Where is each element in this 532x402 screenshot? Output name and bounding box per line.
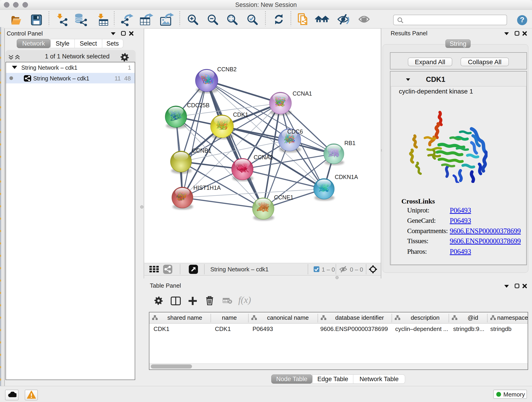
svg-text:CCNB2: CCNB2 (217, 66, 237, 72)
svg-text:HIST1H1A: HIST1H1A (193, 185, 221, 191)
svg-text:RB1: RB1 (344, 140, 355, 146)
svg-text:CCNE1: CCNE1 (274, 194, 293, 201)
svg-text:CDKN1A: CDKN1A (335, 174, 358, 180)
svg-text:CCNB1: CCNB1 (192, 147, 211, 154)
svg-text:CDC6: CDC6 (287, 128, 303, 135)
svg-text:CCNA2: CCNA2 (254, 154, 273, 160)
svg-text:CCNA1: CCNA1 (293, 90, 312, 97)
svg-text:CDC25B: CDC25B (187, 102, 210, 108)
svg-text:CDK1: CDK1 (233, 111, 248, 118)
svg-text:?: ? (520, 16, 525, 24)
